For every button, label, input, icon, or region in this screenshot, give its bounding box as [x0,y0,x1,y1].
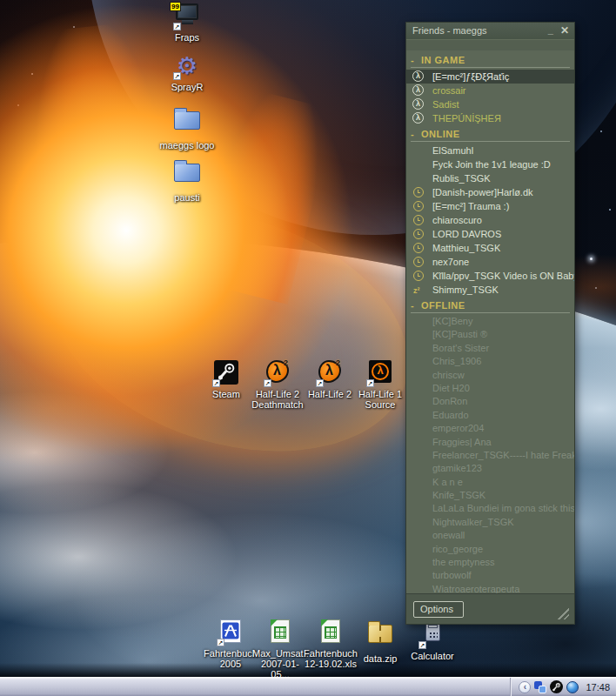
minimize-button[interactable]: _ [548,25,553,37]
hl1-icon-art: λ↗ [365,360,395,387]
friend-name: Freelancer_TSGK-----I hate Freaking POSE… [432,450,574,460]
section-header-label: IN GAME [421,55,465,65]
desktop-icon-calculator[interactable]: ↗Calculator [405,619,460,661]
friend-row-donron[interactable]: DonRon [406,395,574,408]
friend-row-elsamuhl[interactable]: ElSamuhl [406,144,574,157]
desktop-icon-steam[interactable]: ↗Steam [198,359,254,399]
friend-row-e-mc-trauma[interactable]: [E=mc²] Trauma :) [406,199,574,213]
desktop-icon-fahrtenbuch-12-19-02-xls[interactable]: Fahrtenbuch12-19.02.xls [303,619,358,669]
friend-row-fyck-join-the-1v1-league-d[interactable]: Fyck Join the 1v1 league :D [406,157,574,171]
friend-row-k-lla-ppv-tsgk-video-is-on-baby-4-real[interactable]: Kĩlla/ppv_TSGK Video is ON Baby 4 real !… [406,269,574,283]
friend-name: Matthieu_TSGK [432,243,500,253]
friend-name: gtamike123 [432,463,482,473]
friend-row-chriscw[interactable]: chriscw [406,369,574,382]
friends-window-title: Friends - maeggs [412,25,487,36]
friend-row-e-mc-a-i[interactable]: λ[E=mc²]ƒξÐξЯaťiç [406,70,574,84]
friend-name: Chris_1906 [432,356,481,366]
section-collapse-toggle[interactable]: - [411,129,414,139]
friend-name: chriscw [432,370,465,380]
friend-row-wiatroaeroterapeuta[interactable]: Wiatroaeroterapeuta [406,583,574,593]
close-button[interactable]: ✕ [560,23,569,39]
friend-row-freelancer-tsgk-i-hate-freaking-posers[interactable]: Freelancer_TSGK-----I hate Freaking POSE… [406,449,574,462]
friend-row-diet-h20[interactable]: Diet H20 [406,382,574,395]
desktop-icon-half-life-2[interactable]: λ2↗Half-Life 2 [302,359,358,399]
friend-row-kc-pausti[interactable]: [KC]Pausti ® [406,328,574,341]
friend-row-borat-s-sister[interactable]: Borat's Sister [406,342,574,355]
friend-row-kc-beny[interactable]: [KC]Beny [406,315,574,328]
options-button[interactable]: Options [413,601,464,618]
friend-name: Rublis_TSGK [432,173,491,184]
tray-hide-icons-chevron-icon[interactable]: ‹ [519,681,531,693]
friend-row-the-emptyness[interactable]: the emptyness [406,556,574,569]
friend-row-lalala-bundiei-im-gona-stick-this-way-lalala[interactable]: LaLaLa Bundiei im gona stick this way, L… [406,502,574,515]
desktop-icon-half-life-1-source[interactable]: λ↗Half-Life 1Source [352,359,408,410]
desktop-icon-fahrtenbuch-2005[interactable]: ↗Fahrtenbuch2005 [203,619,258,669]
icon-label: Fraps [154,32,220,43]
icon-label: Max_Umsat...2007-01-05... [252,648,308,677]
resize-grip[interactable] [555,607,569,619]
shortcut-arrow-icon: ↗ [316,379,324,387]
friend-name: [Danish-power]Harlø.dk [432,187,533,197]
friend-row-turbowolf[interactable]: turbowolf [406,569,574,582]
calc-icon-art: ↗ [418,622,447,649]
friend-name: [E=mc²] Trauma :) [432,201,509,211]
hl2-icon-art: λ2↗ [315,360,345,387]
friend-name: Sadist [432,99,459,110]
friend-row-danish-power-harl-dk[interactable]: [Danish-power]Harlø.dk [406,185,574,199]
icon-label: Calculator [405,651,460,661]
friend-row-chris-1906[interactable]: Chris_1906 [406,355,574,368]
friend-row-nightwalker-tsgk[interactable]: Nightwalker_TSGK [406,516,574,529]
friend-row-thep-ni-he[interactable]: λTHEPÚNİŞHEЯ [406,111,574,125]
tray-blue-orb-icon[interactable] [566,681,579,693]
folder-icon-art [172,164,202,191]
friends-list: -IN GAMEλ[E=mc²]ƒξÐξЯaťiçλcrossairλSadis… [406,50,574,593]
friends-window-bottom-bar: Options [406,593,574,624]
tray-steam-icon[interactable] [550,680,563,693]
calculator-icon [425,622,440,641]
section-collapse-toggle[interactable]: - [411,300,414,311]
friend-row-eduardo[interactable]: Eduardo [406,409,574,422]
wallpaper-stars [0,0,2,2]
in-game-status-icon: λ [412,84,424,96]
desktop-icon-maeggs-logo[interactable]: maeggs logo [154,105,220,151]
excel-icon-art [265,619,295,646]
desktop-icon-half-life-2-deathmatch[interactable]: λ2↗Half-Life 2Deathmatch [250,359,305,410]
friend-name: ElSamuhl [432,145,473,156]
friend-row-rublis-tsgk[interactable]: Rublis_TSGK [406,171,574,185]
desktop[interactable]: 99↗Fraps⚙↗SprayRmaeggs logopausti↗Steamλ… [0,0,616,677]
wallpaper-explosion-ring [23,169,439,492]
friend-row-knife-tsgk[interactable]: Knife_TSGK [406,489,574,502]
desktop-icon-pausti[interactable]: pausti [154,157,220,203]
friend-name: THEPÚNİŞHEЯ [432,113,501,124]
friend-name: Knife_TSGK [432,490,485,500]
friend-row-sadist[interactable]: λSadist [406,97,574,111]
away-clock-icon [413,229,424,239]
desktop-icon-max-umsat-2007-01-05[interactable]: Max_Umsat...2007-01-05... [252,619,308,677]
icon-label: Fahrtenbuch2005 [203,648,258,669]
friend-row-crossair[interactable]: λcrossair [406,84,574,97]
friend-row-gtamike123[interactable]: gtamike123 [406,462,574,475]
tray-messenger-icon[interactable] [534,681,546,693]
section-collapse-toggle[interactable]: - [411,55,414,65]
friend-row-shimmy-tsgk[interactable]: z²Shimmy_TSGK [406,283,574,297]
friend-row-k-a-n-e[interactable]: K a n e [406,476,574,489]
friend-name: Shimmy_TSGK [432,284,499,295]
friend-row-emperor204[interactable]: emperor204 [406,422,574,435]
friend-row-nex7one[interactable]: nex7one [406,255,574,269]
tray-clock[interactable]: 17:48 [586,682,610,693]
friend-row-matthieu-tsgk[interactable]: Matthieu_TSGK [406,241,574,255]
friend-row-lord-davros[interactable]: LORD DAVROS [406,227,574,241]
icon-label: Half-Life 2 [302,389,358,399]
friend-name: Fyck Join the 1v1 league :D [432,159,551,170]
desktop-icon-data-zip[interactable]: data.zip [352,619,408,664]
friend-name: crossair [432,85,466,96]
desktop-icon-sprayr[interactable]: ⚙↗SprayR [154,53,220,92]
friend-row-fraggies-ana[interactable]: Fraggies| Ana [406,436,574,449]
desktop-icon-fraps[interactable]: 99↗Fraps [154,1,220,43]
friend-row-rico-george[interactable]: rico_george [406,543,574,556]
friend-row-chiaroscuro[interactable]: chiaroscuro [406,213,574,227]
friends-window-titlebar[interactable]: Friends - maeggs _ ✕ [406,23,574,39]
friend-name: K a n e [432,477,463,487]
icon-label: pausti [154,192,220,203]
friend-row-onewall[interactable]: onewall [406,529,574,542]
